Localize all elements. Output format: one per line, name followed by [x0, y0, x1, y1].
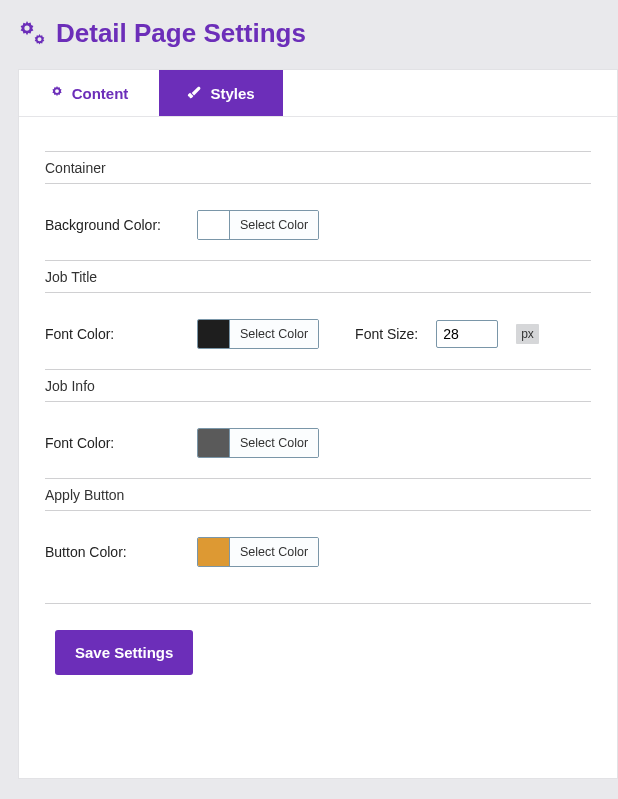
section-heading-apply-button: Apply Button	[45, 478, 591, 511]
label-font-color: Font Color:	[45, 435, 161, 451]
swatch-jobtitle-font[interactable]	[198, 320, 230, 348]
save-button[interactable]: Save Settings	[55, 630, 193, 675]
gears-icon	[18, 21, 48, 47]
tab-styles-label: Styles	[210, 85, 254, 102]
section-heading-container: Container	[45, 152, 591, 184]
tab-content[interactable]: Content	[19, 70, 159, 116]
tab-styles[interactable]: Styles	[159, 70, 283, 116]
select-color-button[interactable]: Select Color	[230, 320, 318, 348]
settings-panel: Content Styles Container Background Colo…	[18, 69, 618, 779]
label-background-color: Background Color:	[45, 217, 161, 233]
divider	[45, 603, 591, 604]
font-size-input[interactable]	[436, 320, 498, 348]
swatch-jobinfo-font[interactable]	[198, 429, 230, 457]
form-area: Container Background Color: Select Color…	[19, 117, 617, 695]
row-jobtitle-font: Font Color: Select Color Font Size: px	[45, 319, 591, 349]
label-button-color: Button Color:	[45, 544, 161, 560]
color-picker-background[interactable]: Select Color	[197, 210, 319, 240]
row-applybtn-color: Button Color: Select Color	[45, 537, 591, 567]
brush-icon	[187, 86, 202, 101]
select-color-button[interactable]: Select Color	[230, 538, 318, 566]
color-picker-jobtitle-font[interactable]: Select Color	[197, 319, 319, 349]
select-color-button[interactable]: Select Color	[230, 211, 318, 239]
unit-px: px	[516, 324, 539, 344]
color-picker-jobinfo-font[interactable]: Select Color	[197, 428, 319, 458]
label-font-size: Font Size:	[355, 326, 418, 342]
swatch-applybtn[interactable]	[198, 538, 230, 566]
label-font-color: Font Color:	[45, 326, 161, 342]
gear-icon	[50, 86, 64, 100]
row-jobinfo-font: Font Color: Select Color	[45, 428, 591, 458]
swatch-background[interactable]	[198, 211, 230, 239]
tab-content-label: Content	[72, 85, 129, 102]
tabs: Content Styles	[19, 70, 617, 117]
color-picker-applybtn[interactable]: Select Color	[197, 537, 319, 567]
section-heading-job-title: Job Title	[45, 260, 591, 293]
page-title: Detail Page Settings	[18, 18, 618, 49]
font-size-group: Font Size: px	[355, 320, 539, 348]
row-container-bg: Background Color: Select Color	[45, 210, 591, 240]
select-color-button[interactable]: Select Color	[230, 429, 318, 457]
section-heading-job-info: Job Info	[45, 369, 591, 402]
page-title-text: Detail Page Settings	[56, 18, 306, 49]
